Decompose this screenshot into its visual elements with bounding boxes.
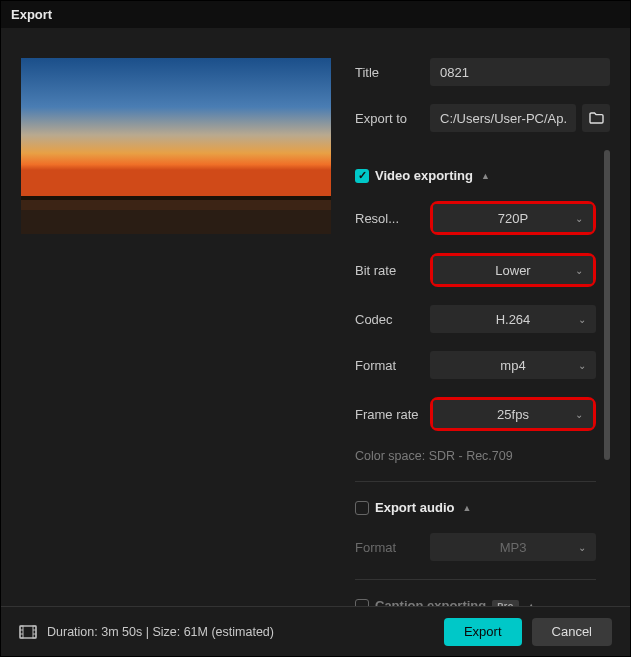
bitrate-row: Bit rate Lower ⌄ <box>355 253 596 287</box>
chevron-down-icon: ⌄ <box>575 213 583 224</box>
audio-format-row: Format MP3 ⌄ <box>355 533 596 561</box>
bitrate-value: Lower <box>495 263 530 278</box>
collapse-caret-icon: ▲ <box>481 171 490 181</box>
resolution-dropdown[interactable]: 720P ⌄ <box>433 204 593 232</box>
audio-format-dropdown: MP3 ⌄ <box>430 533 596 561</box>
codec-dropdown[interactable]: H.264 ⌄ <box>430 305 596 333</box>
chevron-down-icon: ⌄ <box>578 542 586 553</box>
export-audio-checkbox[interactable] <box>355 501 369 515</box>
chevron-down-icon: ⌄ <box>575 265 583 276</box>
chevron-down-icon: ⌄ <box>578 360 586 371</box>
duration-size-text: Duration: 3m 50s | Size: 61M (estimated) <box>47 625 274 639</box>
svg-rect-3 <box>21 200 331 210</box>
resolution-row: Resol... 720P ⌄ <box>355 201 596 235</box>
caption-exporting-checkbox[interactable] <box>355 599 369 607</box>
film-strip-icon <box>19 625 37 639</box>
preview-column <box>21 58 331 596</box>
content-area: Title Export to <box>1 28 630 606</box>
audio-format-label: Format <box>355 540 430 555</box>
format-dropdown[interactable]: mp4 ⌄ <box>430 351 596 379</box>
framerate-label: Frame rate <box>355 407 430 422</box>
resolution-value: 720P <box>498 211 528 226</box>
video-exporting-label: Video exporting <box>375 168 473 183</box>
cancel-button[interactable]: Cancel <box>532 618 612 646</box>
chevron-down-icon: ⌄ <box>578 314 586 325</box>
pro-badge: Pro <box>492 600 519 607</box>
scrollbar-thumb[interactable] <box>604 150 610 460</box>
collapse-caret-icon: ▲ <box>527 601 536 607</box>
title-label: Title <box>355 65 430 80</box>
export-to-row: Export to <box>355 104 610 132</box>
section-divider <box>355 481 596 482</box>
video-exporting-section-header[interactable]: ✓ Video exporting ▲ <box>355 168 596 183</box>
settings-scroll-region: ✓ Video exporting ▲ Resol... 720P ⌄ Bit … <box>355 150 610 606</box>
format-value: mp4 <box>500 358 525 373</box>
collapse-caret-icon: ▲ <box>462 503 471 513</box>
svg-rect-1 <box>21 196 331 200</box>
chevron-down-icon: ⌄ <box>575 409 583 420</box>
svg-rect-0 <box>21 58 331 198</box>
export-audio-label: Export audio <box>375 500 454 515</box>
colorspace-text: Color space: SDR - Rec.709 <box>355 449 596 463</box>
scrollbar-track[interactable] <box>604 150 610 606</box>
codec-value: H.264 <box>496 312 531 327</box>
form-column: Title Export to <box>355 58 610 596</box>
codec-label: Codec <box>355 312 430 327</box>
format-row: Format mp4 ⌄ <box>355 351 596 379</box>
svg-rect-6 <box>33 626 36 638</box>
framerate-dropdown[interactable]: 25fps ⌄ <box>433 400 593 428</box>
export-dialog: Export <box>0 0 631 657</box>
title-row: Title <box>355 58 610 86</box>
codec-row: Codec H.264 ⌄ <box>355 305 596 333</box>
video-preview-thumbnail <box>21 58 331 234</box>
resolution-label: Resol... <box>355 211 430 226</box>
export-path-input[interactable] <box>430 104 576 132</box>
svg-rect-4 <box>20 626 36 638</box>
framerate-value: 25fps <box>497 407 529 422</box>
export-audio-section-header[interactable]: Export audio ▲ <box>355 500 596 515</box>
section-divider <box>355 579 596 580</box>
caption-exporting-section-header[interactable]: Caption exporting Pro ▲ <box>355 598 596 606</box>
svg-rect-5 <box>20 626 23 638</box>
format-label: Format <box>355 358 430 373</box>
bitrate-label: Bit rate <box>355 263 430 278</box>
export-to-label: Export to <box>355 111 430 126</box>
browse-folder-button[interactable] <box>582 104 610 132</box>
footer: Duration: 3m 50s | Size: 61M (estimated)… <box>1 606 630 656</box>
video-exporting-checkbox[interactable]: ✓ <box>355 169 369 183</box>
folder-icon <box>589 112 604 124</box>
audio-format-value: MP3 <box>500 540 527 555</box>
export-button[interactable]: Export <box>444 618 522 646</box>
window-title: Export <box>1 1 630 28</box>
title-input[interactable] <box>430 58 610 86</box>
caption-exporting-label: Caption exporting <box>375 598 486 606</box>
framerate-row: Frame rate 25fps ⌄ <box>355 397 596 431</box>
bitrate-dropdown[interactable]: Lower ⌄ <box>433 256 593 284</box>
